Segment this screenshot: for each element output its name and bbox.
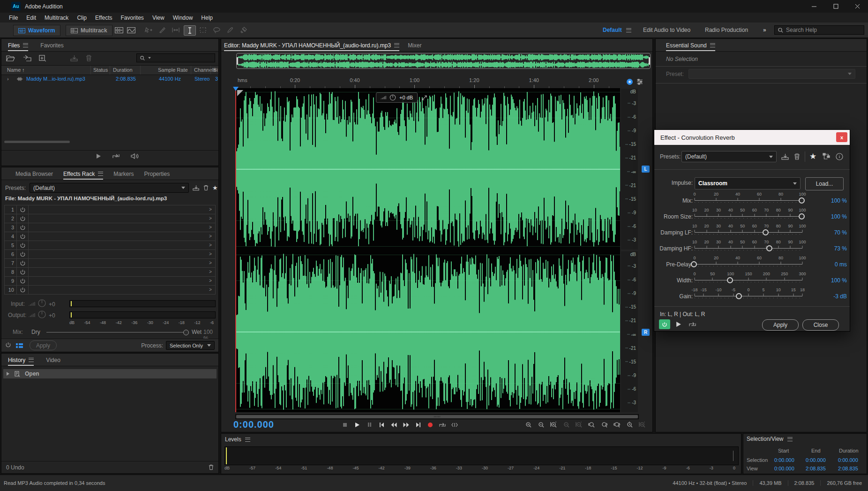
slider-track[interactable]: 102030405060708090100	[695, 208, 802, 224]
workspace-radio-production[interactable]: Radio Production	[705, 27, 748, 33]
tab-mixer[interactable]: Mixer	[408, 39, 421, 52]
timeline-ruler[interactable]: hms 0:200:401:001:201:402:00	[235, 77, 620, 89]
fx-slot-power-icon[interactable]	[17, 277, 29, 285]
slider-track[interactable]: -18-15-10-505101518	[695, 287, 802, 303]
slider-handle[interactable]	[691, 261, 697, 267]
fx-slot-power-icon[interactable]	[17, 205, 29, 214]
move-tool-icon[interactable]	[143, 25, 154, 35]
menu-multitrack[interactable]: Multitrack	[40, 15, 73, 21]
process-dropdown[interactable]: Selection Only	[166, 341, 215, 350]
multitrack-mode-button[interactable]: Multitrack	[66, 25, 112, 36]
fx-delete-preset-icon[interactable]	[203, 185, 209, 191]
fx-slot-arrow-icon[interactable]: >	[206, 250, 215, 258]
dlg-info-icon[interactable]	[836, 153, 843, 160]
fast-forward-button[interactable]	[401, 421, 412, 429]
mix-slider-track[interactable]	[46, 332, 187, 332]
pause-button[interactable]	[364, 421, 375, 429]
fx-preset-dropdown[interactable]: (Default)	[30, 183, 189, 193]
left-channel-badge[interactable]: L	[642, 166, 650, 173]
search-help-box[interactable]: Search Help	[774, 25, 864, 35]
current-time-indicator[interactable]	[235, 89, 236, 412]
slider-track[interactable]: 050100150200250300	[695, 272, 802, 287]
timecode-display[interactable]: 0:00.000	[233, 419, 274, 430]
workspace-default[interactable]: Default	[603, 27, 622, 33]
fx-list-toggle-icon[interactable]	[16, 343, 23, 348]
slip-tool-icon[interactable]	[170, 25, 181, 35]
input-gain-knob[interactable]	[38, 299, 46, 307]
loop-playback-button[interactable]	[437, 421, 448, 429]
fx-favorite-star-icon[interactable]: ★	[212, 184, 218, 191]
right-channel-badge[interactable]: R	[642, 329, 650, 336]
stop-button[interactable]	[340, 421, 351, 429]
dlg-preview-play-icon[interactable]	[676, 321, 681, 327]
impulse-dropdown[interactable]: Classroom	[695, 177, 801, 189]
overview-right-handle[interactable]	[649, 57, 650, 65]
fx-slot-2[interactable]: 2>	[5, 214, 215, 223]
fx-slot-arrow-icon[interactable]: >	[206, 268, 215, 276]
skip-to-end-button[interactable]	[413, 421, 424, 429]
fx-slot-arrow-icon[interactable]: >	[206, 214, 215, 223]
slider-track[interactable]: 102030405060708090100	[695, 240, 802, 256]
hud[interactable]: +0 dB	[376, 92, 427, 103]
zoom-tool-9[interactable]	[624, 421, 635, 429]
menu-window[interactable]: Window	[169, 15, 197, 21]
dlg-favorite-star-icon[interactable]: ★	[809, 151, 816, 161]
dialog-title-bar[interactable]: Effect - Convolution Reverb x	[654, 130, 850, 145]
fx-slot-7[interactable]: 7>	[5, 259, 215, 268]
fx-slot-power-icon[interactable]	[17, 223, 29, 232]
levels-menu-icon[interactable]	[245, 438, 250, 442]
dlg-loop-icon[interactable]	[689, 321, 696, 327]
load-impulse-button[interactable]: Load...	[805, 177, 844, 190]
workspace-overflow-chevron[interactable]: »	[763, 27, 766, 33]
dialog-close-icon[interactable]: x	[836, 132, 847, 142]
tab-video[interactable]: Video	[46, 354, 60, 366]
fx-slot-power-icon[interactable]	[17, 286, 29, 294]
tab-properties[interactable]: Properties	[144, 167, 170, 180]
waveform-left-channel[interactable]	[235, 89, 620, 249]
slider-track[interactable]: 020406080100	[695, 192, 802, 208]
fx-slot-power-icon[interactable]	[17, 214, 29, 223]
zoom-tool-5[interactable]	[574, 421, 584, 429]
delete-file-icon[interactable]	[86, 55, 92, 61]
paintbrush-tool-icon[interactable]	[224, 25, 236, 35]
fx-slot-5[interactable]: 5>	[5, 241, 215, 250]
fx-slot-8[interactable]: 8>	[5, 268, 215, 277]
slider-track[interactable]: 102030405060708090100	[695, 224, 802, 240]
fx-slot-power-icon[interactable]	[17, 232, 29, 241]
lasso-selection-tool-icon[interactable]	[211, 25, 222, 35]
history-delete-icon[interactable]	[209, 464, 214, 470]
tab-editor[interactable]: Editor: Maddy MURK - УПАЛ НАМОЧЕННЫЙ_(au…	[224, 39, 399, 52]
workspace-menu-icon[interactable]	[626, 28, 631, 32]
rewind-button[interactable]	[389, 421, 399, 429]
time-selection-tool-icon[interactable]	[184, 25, 196, 36]
mix-slider-handle[interactable]	[183, 330, 189, 335]
menu-view[interactable]: View	[148, 15, 169, 21]
fx-save-preset-icon[interactable]	[193, 185, 200, 191]
close-button[interactable]	[846, 0, 868, 13]
zoom-tool-7[interactable]	[599, 421, 610, 429]
view-start[interactable]: 0:00.000	[774, 466, 794, 471]
fx-slot-arrow-icon[interactable]: >	[206, 259, 215, 267]
fx-slot-power-icon[interactable]	[17, 250, 29, 258]
selection-duration[interactable]: 0:00.000	[838, 457, 858, 463]
dlg-apply-button[interactable]: Apply	[762, 319, 799, 331]
fx-apply-button[interactable]: Apply	[30, 340, 57, 350]
slider-handle[interactable]	[799, 197, 805, 204]
fx-slot-arrow-icon[interactable]: >	[206, 241, 215, 249]
waveform-view-icon[interactable]	[113, 25, 125, 35]
zoom-tool-2[interactable]	[536, 421, 546, 429]
dlg-delete-preset-icon[interactable]	[794, 153, 800, 160]
playhead-marker[interactable]	[233, 87, 239, 91]
zoom-tool-6[interactable]	[586, 421, 597, 429]
fx-slot-9[interactable]: 9>	[5, 277, 215, 286]
maximize-button[interactable]	[825, 0, 846, 13]
slider-handle[interactable]	[727, 277, 733, 283]
tab-history[interactable]: History	[8, 354, 34, 366]
menu-clip[interactable]: Clip	[73, 15, 91, 21]
view-duration[interactable]: 2:08.835	[838, 466, 858, 471]
auto-play-speaker-icon[interactable]	[131, 153, 139, 159]
waveform-display[interactable]: +0 dB	[235, 89, 620, 412]
dlg-routing-icon[interactable]	[823, 153, 830, 160]
zoom-tool-10[interactable]	[637, 421, 648, 429]
fx-slot-power-icon[interactable]	[17, 241, 29, 249]
